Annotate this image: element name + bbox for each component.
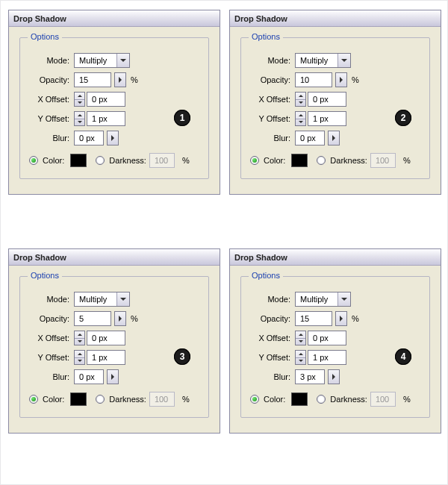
yoffset-stepper[interactable]	[74, 350, 85, 365]
options-fieldset: Options Mode: Multiply Opacity: 15 %	[19, 37, 209, 179]
color-swatch[interactable]	[291, 392, 308, 406]
opacity-flyout-button[interactable]	[335, 311, 347, 326]
color-swatch[interactable]	[291, 154, 308, 167]
mode-dropdown-button[interactable]	[337, 292, 350, 306]
stepper-down[interactable]	[75, 338, 84, 345]
stepper-up[interactable]	[75, 112, 84, 119]
opacity-input[interactable]: 10	[295, 72, 332, 87]
color-darkness-row: Color: Darkness: 100 %	[29, 153, 199, 168]
color-swatch[interactable]	[70, 154, 87, 167]
mode-select[interactable]: Multiply	[295, 292, 351, 307]
xoffset-stepper[interactable]	[295, 331, 306, 345]
opacity-flyout-button[interactable]	[114, 72, 126, 87]
stepper-down[interactable]	[75, 119, 84, 126]
blur-label: Blur:	[250, 372, 290, 381]
yoffset-stepper[interactable]	[295, 350, 306, 365]
mode-dropdown-button[interactable]	[116, 54, 129, 67]
stepper-down[interactable]	[296, 99, 305, 107]
xoffset-label: X Offset:	[29, 95, 69, 104]
chevron-down-icon	[341, 298, 347, 301]
darkness-input: 100	[149, 392, 175, 407]
yoffset-input[interactable]: 1 px	[87, 111, 125, 126]
yoffset-input[interactable]: 1 px	[87, 350, 125, 365]
darkness-input: 100	[370, 392, 396, 407]
panel-titlebar[interactable]: Drop Shadow	[230, 249, 441, 266]
darkness-radio[interactable]	[317, 156, 326, 165]
darkness-radio[interactable]	[96, 395, 105, 404]
color-radio[interactable]	[29, 156, 38, 165]
stepper-up[interactable]	[296, 331, 305, 338]
xoffset-stepper[interactable]	[295, 92, 306, 107]
stepper-up[interactable]	[296, 112, 305, 119]
color-radio[interactable]	[250, 156, 259, 165]
mode-select[interactable]: Multiply	[295, 53, 351, 68]
blur-flyout-button[interactable]	[328, 369, 340, 384]
panel-titlebar[interactable]: Drop Shadow	[230, 10, 441, 27]
stepper-up[interactable]	[75, 331, 84, 338]
options-fieldset: Options Mode: Multiply Opacity: 15 %	[240, 276, 430, 418]
darkness-radio[interactable]	[317, 395, 326, 404]
darkness-label: Darkness:	[109, 156, 146, 165]
xoffset-input[interactable]: 0 px	[308, 92, 346, 107]
yoffset-label: Y Offset:	[250, 353, 290, 362]
blur-row: Blur: 0 px	[250, 131, 420, 146]
panel-body: Options Mode: Multiply Opacity: 5 %	[9, 266, 220, 433]
color-darkness-row: Color: Darkness: 100 %	[250, 153, 420, 168]
color-swatch[interactable]	[70, 392, 87, 406]
stepper-up[interactable]	[75, 351, 84, 357]
stepper-up[interactable]	[296, 93, 305, 99]
opacity-flyout-button[interactable]	[114, 311, 126, 326]
stepper-down[interactable]	[75, 99, 84, 107]
color-radio[interactable]	[250, 395, 259, 404]
blur-input[interactable]: 3 px	[295, 369, 325, 384]
opacity-input[interactable]: 15	[295, 311, 332, 326]
yoffset-stepper[interactable]	[295, 111, 306, 126]
stepper-up[interactable]	[296, 351, 305, 357]
blur-label: Blur:	[29, 372, 69, 381]
xoffset-input[interactable]: 0 px	[308, 331, 346, 345]
color-radio[interactable]	[29, 395, 38, 404]
mode-select[interactable]: Multiply	[74, 292, 130, 307]
yoffset-input[interactable]: 1 px	[308, 111, 346, 126]
blur-input[interactable]: 0 px	[295, 131, 325, 146]
xoffset-input[interactable]: 0 px	[87, 331, 125, 345]
opacity-input[interactable]: 5	[74, 311, 111, 326]
mode-dropdown-button[interactable]	[116, 292, 129, 306]
opacity-input[interactable]: 15	[74, 72, 111, 87]
blur-input[interactable]: 0 px	[74, 369, 104, 384]
xoffset-stepper[interactable]	[74, 92, 85, 107]
blur-flyout-button[interactable]	[328, 131, 340, 146]
triangle-up-icon	[299, 95, 303, 97]
opacity-row: Opacity: 5 %	[29, 311, 199, 326]
xoffset-input[interactable]: 0 px	[87, 92, 125, 107]
stepper-down[interactable]	[296, 119, 305, 126]
stepper-up[interactable]	[75, 93, 84, 99]
blur-flyout-button[interactable]	[107, 369, 119, 384]
darkness-radio[interactable]	[96, 156, 105, 165]
stepper-down[interactable]	[296, 338, 305, 345]
chevron-down-icon	[120, 298, 126, 301]
xoffset-label: X Offset:	[29, 334, 69, 342]
triangle-up-icon	[299, 334, 303, 336]
blur-flyout-button[interactable]	[107, 131, 119, 146]
xoffset-row: X Offset: 0 px	[29, 331, 199, 345]
stepper-down[interactable]	[75, 357, 84, 365]
darkness-suffix: %	[403, 395, 411, 404]
yoffset-input[interactable]: 1 px	[308, 350, 346, 365]
yoffset-label: Y Offset:	[29, 114, 69, 123]
mode-select[interactable]: Multiply	[74, 53, 130, 68]
triangle-down-icon	[78, 101, 82, 104]
xoffset-stepper[interactable]	[74, 331, 85, 345]
drop-shadow-panel: Drop Shadow Options Mode: Multiply Opaci…	[229, 248, 441, 434]
blur-input[interactable]: 0 px	[74, 131, 104, 146]
yoffset-label: Y Offset:	[29, 353, 69, 362]
mode-row: Mode: Multiply	[250, 292, 420, 307]
panel-titlebar[interactable]: Drop Shadow	[9, 10, 220, 27]
stepper-down[interactable]	[296, 357, 305, 365]
opacity-flyout-button[interactable]	[335, 72, 347, 87]
mode-dropdown-button[interactable]	[337, 54, 350, 67]
yoffset-stepper[interactable]	[74, 111, 85, 126]
panel-titlebar[interactable]: Drop Shadow	[9, 249, 220, 266]
opacity-row: Opacity: 10 %	[250, 72, 420, 87]
blur-row: Blur: 0 px	[29, 369, 199, 384]
